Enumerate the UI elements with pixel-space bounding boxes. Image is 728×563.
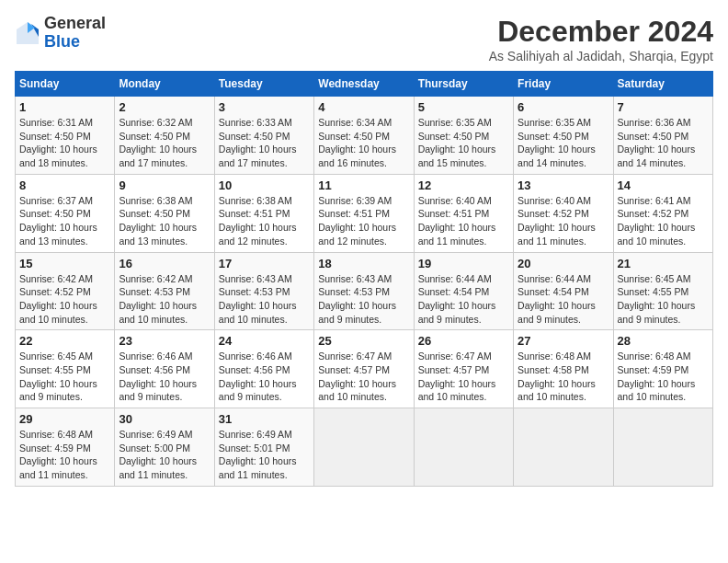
weekday-header-friday: Friday xyxy=(514,72,613,97)
day-info: Sunrise: 6:47 AM Sunset: 4:57 PM Dayligh… xyxy=(418,350,509,404)
day-number: 14 xyxy=(618,178,709,192)
calendar-week-3: 15Sunrise: 6:42 AM Sunset: 4:52 PM Dayli… xyxy=(16,252,713,330)
calendar-cell: 13Sunrise: 6:40 AM Sunset: 4:52 PM Dayli… xyxy=(514,174,613,252)
calendar-cell xyxy=(613,408,712,487)
day-info: Sunrise: 6:46 AM Sunset: 4:56 PM Dayligh… xyxy=(219,350,310,404)
day-number: 7 xyxy=(618,100,709,114)
weekday-header-wednesday: Wednesday xyxy=(314,72,414,97)
logo-blue: Blue xyxy=(44,32,80,51)
calendar-week-1: 1Sunrise: 6:31 AM Sunset: 4:50 PM Daylig… xyxy=(16,97,713,175)
calendar-cell: 25Sunrise: 6:47 AM Sunset: 4:57 PM Dayli… xyxy=(314,330,414,408)
logo: General Blue xyxy=(15,15,106,52)
calendar-cell: 30Sunrise: 6:49 AM Sunset: 5:00 PM Dayli… xyxy=(115,408,214,487)
day-number: 20 xyxy=(518,257,609,270)
calendar-cell: 17Sunrise: 6:43 AM Sunset: 4:53 PM Dayli… xyxy=(214,252,313,330)
day-info: Sunrise: 6:40 AM Sunset: 4:52 PM Dayligh… xyxy=(518,194,609,248)
day-number: 6 xyxy=(518,100,609,114)
day-info: Sunrise: 6:49 AM Sunset: 5:01 PM Dayligh… xyxy=(219,428,310,482)
day-info: Sunrise: 6:37 AM Sunset: 4:50 PM Dayligh… xyxy=(19,194,110,248)
calendar-cell: 7Sunrise: 6:36 AM Sunset: 4:50 PM Daylig… xyxy=(613,97,712,175)
day-info: Sunrise: 6:48 AM Sunset: 4:58 PM Dayligh… xyxy=(518,350,609,404)
day-number: 30 xyxy=(119,412,210,426)
day-number: 29 xyxy=(19,412,110,426)
title-block: December 2024 As Salihiyah al Jadidah, S… xyxy=(489,15,713,63)
day-number: 12 xyxy=(418,178,509,192)
calendar-cell: 29Sunrise: 6:48 AM Sunset: 4:59 PM Dayli… xyxy=(16,408,115,487)
day-number: 9 xyxy=(119,178,210,192)
day-number: 4 xyxy=(318,100,409,114)
day-number: 8 xyxy=(19,178,110,192)
day-info: Sunrise: 6:38 AM Sunset: 4:51 PM Dayligh… xyxy=(219,194,310,248)
location-subtitle: As Salihiyah al Jadidah, Sharqia, Egypt xyxy=(489,49,713,63)
calendar-cell: 26Sunrise: 6:47 AM Sunset: 4:57 PM Dayli… xyxy=(414,330,513,408)
calendar-cell: 6Sunrise: 6:35 AM Sunset: 4:50 PM Daylig… xyxy=(514,97,613,175)
logo-icon xyxy=(15,20,40,46)
day-info: Sunrise: 6:33 AM Sunset: 4:50 PM Dayligh… xyxy=(219,116,310,170)
calendar-cell: 23Sunrise: 6:46 AM Sunset: 4:56 PM Dayli… xyxy=(115,330,214,408)
calendar-week-5: 29Sunrise: 6:48 AM Sunset: 4:59 PM Dayli… xyxy=(16,408,713,487)
calendar-body: 1Sunrise: 6:31 AM Sunset: 4:50 PM Daylig… xyxy=(16,97,713,487)
calendar-header: SundayMondayTuesdayWednesdayThursdayFrid… xyxy=(16,72,713,97)
calendar-cell xyxy=(314,408,414,487)
day-number: 31 xyxy=(219,412,310,426)
day-number: 27 xyxy=(518,334,609,348)
day-number: 10 xyxy=(219,178,310,192)
day-number: 25 xyxy=(318,334,409,348)
weekday-header-monday: Monday xyxy=(115,72,214,97)
day-info: Sunrise: 6:43 AM Sunset: 4:53 PM Dayligh… xyxy=(219,272,310,327)
day-number: 3 xyxy=(219,100,310,114)
day-info: Sunrise: 6:45 AM Sunset: 4:55 PM Dayligh… xyxy=(19,350,110,404)
calendar-week-4: 22Sunrise: 6:45 AM Sunset: 4:55 PM Dayli… xyxy=(16,330,713,408)
day-info: Sunrise: 6:36 AM Sunset: 4:50 PM Dayligh… xyxy=(618,116,709,170)
day-number: 22 xyxy=(19,334,110,348)
day-info: Sunrise: 6:47 AM Sunset: 4:57 PM Dayligh… xyxy=(318,350,409,404)
calendar-week-2: 8Sunrise: 6:37 AM Sunset: 4:50 PM Daylig… xyxy=(16,174,713,252)
logo-general: General xyxy=(44,14,106,32)
calendar-cell: 18Sunrise: 6:43 AM Sunset: 4:53 PM Dayli… xyxy=(314,252,414,330)
day-info: Sunrise: 6:39 AM Sunset: 4:51 PM Dayligh… xyxy=(318,194,409,248)
day-info: Sunrise: 6:38 AM Sunset: 4:50 PM Dayligh… xyxy=(119,194,210,248)
weekday-header-saturday: Saturday xyxy=(613,72,712,97)
calendar-cell: 2Sunrise: 6:32 AM Sunset: 4:50 PM Daylig… xyxy=(115,97,214,175)
day-number: 19 xyxy=(418,257,509,270)
day-info: Sunrise: 6:42 AM Sunset: 4:52 PM Dayligh… xyxy=(19,272,110,327)
day-number: 2 xyxy=(119,100,210,114)
day-info: Sunrise: 6:31 AM Sunset: 4:50 PM Dayligh… xyxy=(19,116,110,170)
calendar-cell: 16Sunrise: 6:42 AM Sunset: 4:53 PM Dayli… xyxy=(115,252,214,330)
weekday-header-tuesday: Tuesday xyxy=(214,72,313,97)
day-info: Sunrise: 6:48 AM Sunset: 4:59 PM Dayligh… xyxy=(618,350,709,404)
day-number: 26 xyxy=(418,334,509,348)
day-info: Sunrise: 6:34 AM Sunset: 4:50 PM Dayligh… xyxy=(318,116,409,170)
day-number: 1 xyxy=(19,100,110,114)
day-info: Sunrise: 6:42 AM Sunset: 4:53 PM Dayligh… xyxy=(119,272,210,327)
day-info: Sunrise: 6:44 AM Sunset: 4:54 PM Dayligh… xyxy=(418,272,509,327)
calendar-cell: 12Sunrise: 6:40 AM Sunset: 4:51 PM Dayli… xyxy=(414,174,513,252)
calendar-cell xyxy=(514,408,613,487)
calendar-cell: 20Sunrise: 6:44 AM Sunset: 4:54 PM Dayli… xyxy=(514,252,613,330)
day-info: Sunrise: 6:48 AM Sunset: 4:59 PM Dayligh… xyxy=(19,428,110,482)
calendar-cell: 4Sunrise: 6:34 AM Sunset: 4:50 PM Daylig… xyxy=(314,97,414,175)
calendar-cell: 27Sunrise: 6:48 AM Sunset: 4:58 PM Dayli… xyxy=(514,330,613,408)
day-info: Sunrise: 6:46 AM Sunset: 4:56 PM Dayligh… xyxy=(119,350,210,404)
month-title: December 2024 xyxy=(489,15,713,49)
day-number: 5 xyxy=(418,100,509,114)
calendar-cell: 15Sunrise: 6:42 AM Sunset: 4:52 PM Dayli… xyxy=(16,252,115,330)
calendar-cell: 14Sunrise: 6:41 AM Sunset: 4:52 PM Dayli… xyxy=(613,174,712,252)
day-info: Sunrise: 6:35 AM Sunset: 4:50 PM Dayligh… xyxy=(518,116,609,170)
calendar-cell: 19Sunrise: 6:44 AM Sunset: 4:54 PM Dayli… xyxy=(414,252,513,330)
day-number: 18 xyxy=(318,257,409,270)
day-info: Sunrise: 6:49 AM Sunset: 5:00 PM Dayligh… xyxy=(119,428,210,482)
calendar-cell: 31Sunrise: 6:49 AM Sunset: 5:01 PM Dayli… xyxy=(214,408,313,487)
calendar-cell: 22Sunrise: 6:45 AM Sunset: 4:55 PM Dayli… xyxy=(16,330,115,408)
calendar-cell: 10Sunrise: 6:38 AM Sunset: 4:51 PM Dayli… xyxy=(214,174,313,252)
calendar-table: SundayMondayTuesdayWednesdayThursdayFrid… xyxy=(15,71,713,487)
day-info: Sunrise: 6:32 AM Sunset: 4:50 PM Dayligh… xyxy=(119,116,210,170)
day-info: Sunrise: 6:44 AM Sunset: 4:54 PM Dayligh… xyxy=(518,272,609,327)
calendar-cell: 24Sunrise: 6:46 AM Sunset: 4:56 PM Dayli… xyxy=(214,330,313,408)
logo-text: General Blue xyxy=(44,15,106,52)
calendar-cell: 8Sunrise: 6:37 AM Sunset: 4:50 PM Daylig… xyxy=(16,174,115,252)
day-number: 17 xyxy=(219,257,310,270)
day-number: 13 xyxy=(518,178,609,192)
day-info: Sunrise: 6:43 AM Sunset: 4:53 PM Dayligh… xyxy=(318,272,409,327)
calendar-cell: 1Sunrise: 6:31 AM Sunset: 4:50 PM Daylig… xyxy=(16,97,115,175)
